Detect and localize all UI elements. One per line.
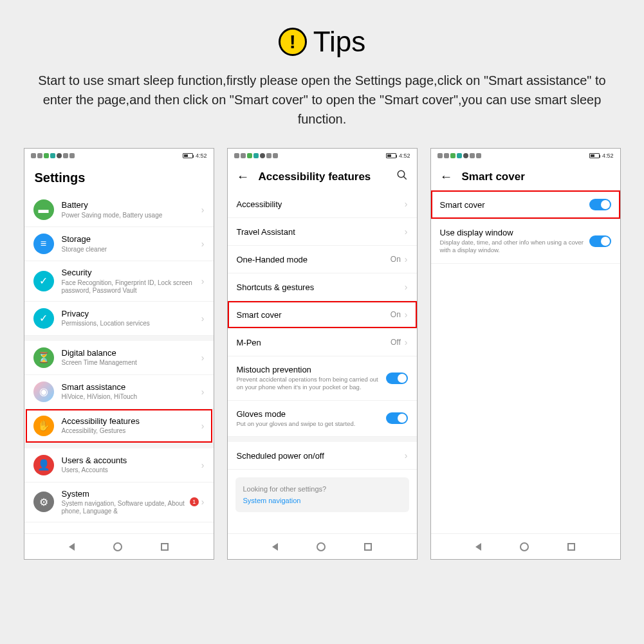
back-nav-icon[interactable] <box>272 543 278 551</box>
back-nav-icon[interactable] <box>475 543 481 551</box>
home-nav-icon[interactable] <box>520 542 529 551</box>
item-value: On <box>391 310 401 319</box>
item-icon: ⏳ <box>33 347 54 368</box>
smart-cover-item[interactable]: Smart cover <box>431 190 620 219</box>
item-title: Mistouch prevention <box>237 365 386 374</box>
item-icon: ⚙ <box>33 492 54 512</box>
settings-item[interactable]: ≡ Storage Storage cleaner › <box>24 227 214 261</box>
accessibility-item[interactable]: Shortcuts & gestures› <box>228 273 417 301</box>
accessibility-item[interactable]: Travel Assistant› <box>228 218 417 246</box>
tips-title: Tips <box>313 26 366 58</box>
item-subtitle: Put on your gloves and swipe to get star… <box>237 420 386 428</box>
chevron-right-icon: › <box>405 450 408 461</box>
item-icon: 👤 <box>33 455 54 475</box>
item-icon: ✋ <box>33 416 54 436</box>
recent-nav-icon[interactable] <box>364 543 372 551</box>
smart-cover-item[interactable]: Use display windowDisplay date, time, an… <box>431 219 620 264</box>
accessibility-item[interactable]: Accessibility› <box>228 190 417 218</box>
settings-item[interactable]: ⏳ Digital balance Screen Time Management… <box>24 341 214 375</box>
chevron-right-icon: › <box>201 313 205 324</box>
nav-bar <box>431 533 620 559</box>
chevron-right-icon: › <box>201 421 205 431</box>
item-title: Use display window <box>440 228 589 237</box>
phone-accessibility: 4:52 ← Accessibility features Accessibil… <box>227 148 418 560</box>
item-subtitle: Accessibility, Gestures <box>62 427 201 435</box>
item-title: Travel Assistant <box>237 227 405 237</box>
exclamation-icon: ! <box>279 28 307 56</box>
settings-title: Settings <box>24 163 214 193</box>
item-title: System <box>62 489 190 499</box>
accessibility-item[interactable]: M-PenOff› <box>228 329 417 356</box>
accessibility-item[interactable]: Gloves modePut on your gloves and swipe … <box>228 401 417 437</box>
accessibility-title: Accessibility features <box>259 170 371 183</box>
hint-box: Looking for other settings? System navig… <box>235 477 409 512</box>
chevron-right-icon: › <box>405 199 408 209</box>
status-bar: 4:52 <box>24 149 214 163</box>
accessibility-item[interactable]: Scheduled power on/off› <box>228 437 417 470</box>
chevron-right-icon: › <box>201 460 205 470</box>
tips-header: ! Tips <box>19 26 625 58</box>
item-title: Smart cover <box>237 310 391 320</box>
item-title: One-Handed mode <box>237 255 391 264</box>
settings-item[interactable]: ✋ Accessibility features Accessibility, … <box>24 409 214 443</box>
item-subtitle: Prevent accidental operations from being… <box>237 376 386 392</box>
item-title: Shortcuts & gestures <box>237 282 405 292</box>
item-subtitle: HiVoice, HiVision, HiTouch <box>62 393 201 401</box>
back-icon[interactable]: ← <box>237 169 250 184</box>
accessibility-item[interactable]: Mistouch preventionPrevent accidental op… <box>228 356 417 401</box>
notification-badge: 1 <box>190 497 199 506</box>
chevron-right-icon: › <box>201 239 205 249</box>
recent-nav-icon[interactable] <box>567 543 575 551</box>
accessibility-item[interactable]: Smart coverOn› <box>228 301 417 329</box>
home-nav-icon[interactable] <box>113 542 122 551</box>
item-subtitle: Face Recognition, Fingerprint ID, Lock s… <box>62 279 201 295</box>
phone-settings: 4:52 Settings ▬ Battery Power Saving mod… <box>24 148 214 560</box>
chevron-right-icon: › <box>201 205 205 215</box>
back-nav-icon[interactable] <box>69 543 75 551</box>
phone-smart-cover: 4:52 ← Smart cover Smart coverUse displa… <box>430 148 621 560</box>
accessibility-item[interactable]: One-Handed modeOn› <box>228 246 417 273</box>
item-subtitle: System navigation, Software update, Abou… <box>62 500 190 515</box>
hint-link[interactable]: System navigation <box>243 497 401 504</box>
chevron-right-icon: › <box>201 497 205 507</box>
item-subtitle: Storage cleaner <box>62 246 201 253</box>
item-title: Gloves mode <box>237 409 386 419</box>
item-title: Smart assistance <box>62 382 201 392</box>
status-time: 4:52 <box>602 152 614 159</box>
chevron-right-icon: › <box>405 309 408 320</box>
item-value: On <box>391 255 401 264</box>
home-nav-icon[interactable] <box>317 542 326 551</box>
toggle-switch[interactable] <box>589 235 611 247</box>
settings-item[interactable]: 👤 Users & accounts Users, Accounts › <box>24 448 214 483</box>
item-title: Accessibility <box>237 199 405 209</box>
toggle-switch[interactable] <box>386 373 408 384</box>
toggle-switch[interactable] <box>386 412 408 424</box>
settings-item[interactable]: ◉ Smart assistance HiVoice, HiVision, Hi… <box>24 375 214 409</box>
item-subtitle: Power Saving mode, Battery usage <box>62 212 201 219</box>
item-icon: ✓ <box>33 308 54 329</box>
toggle-switch[interactable] <box>589 199 611 210</box>
settings-item[interactable]: ✓ Privacy Permissions, Location services… <box>24 302 214 336</box>
search-icon[interactable] <box>396 169 408 184</box>
item-title: Users & accounts <box>62 455 201 466</box>
item-title: M-Pen <box>237 338 391 347</box>
item-title: Accessibility features <box>62 416 201 427</box>
item-subtitle: Users, Accounts <box>62 466 201 474</box>
svg-line-1 <box>403 176 407 179</box>
item-icon: ✓ <box>33 271 54 291</box>
item-subtitle: Permissions, Location services <box>62 320 201 327</box>
item-icon: ≡ <box>33 234 54 254</box>
nav-bar <box>228 533 417 559</box>
settings-item[interactable]: ✓ Security Face Recognition, Fingerprint… <box>24 261 214 302</box>
item-title: Digital balance <box>62 348 201 358</box>
recent-nav-icon[interactable] <box>161 543 169 551</box>
status-bar: 4:52 <box>431 149 620 163</box>
chevron-right-icon: › <box>201 353 205 363</box>
status-time: 4:52 <box>399 152 410 159</box>
settings-item[interactable]: ▬ Battery Power Saving mode, Battery usa… <box>24 193 214 227</box>
settings-item[interactable]: ⚙ System System navigation, Software upd… <box>24 483 214 523</box>
back-icon[interactable]: ← <box>440 169 453 184</box>
chevron-right-icon: › <box>405 337 408 347</box>
status-bar: 4:52 <box>228 149 417 163</box>
item-icon: ◉ <box>33 382 54 402</box>
